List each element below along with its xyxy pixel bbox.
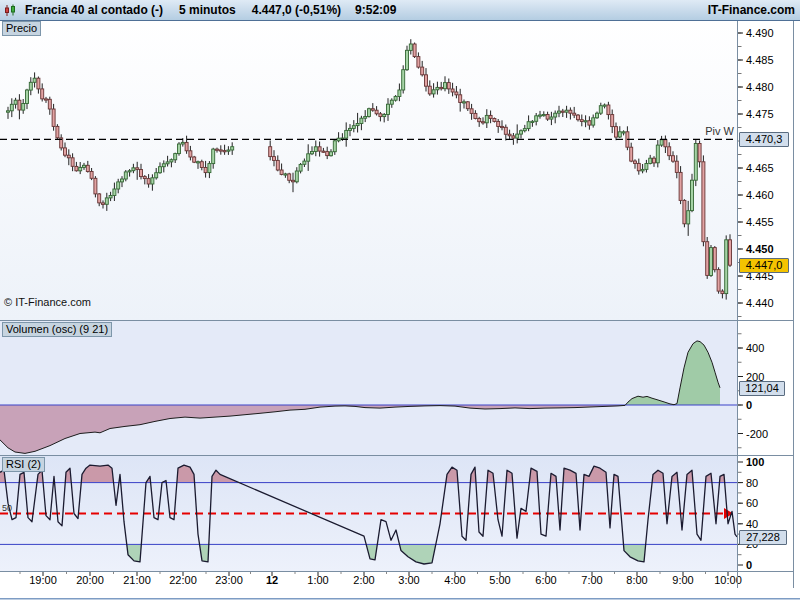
axis-tick-label: 6:00 <box>535 574 556 586</box>
axis-tick-label: 1:00 <box>307 574 328 586</box>
axis-tick-label: 7:00 <box>581 574 602 586</box>
axis-tick-label: 23:00 <box>215 574 243 586</box>
tab-rsi-indicator[interactable]: RSI (2) <box>2 457 45 472</box>
axis-tick-label: 4.450 <box>746 243 774 255</box>
axis-tick-label: 19:00 <box>29 574 57 586</box>
axis-tick-label: 3:00 <box>398 574 419 586</box>
tab-price-panel[interactable]: Precio <box>2 21 41 36</box>
axis-tick-label: 0 <box>746 559 752 571</box>
axis-tick-label: 2:00 <box>353 574 374 586</box>
clock: 9:52:09 <box>355 3 396 17</box>
trading-app-window: 4.4904.4854.4804.4754.4654.4604.4554.450… <box>0 0 800 600</box>
top-bar: Francia 40 al contado (-) 5 minutos 4.44… <box>0 0 800 21</box>
axis-tick-label: 80 <box>746 477 758 489</box>
rsi-value-box: 27,228 <box>739 530 787 545</box>
volume-value-box: 121,04 <box>739 381 785 396</box>
axis-tick-label: 4.485 <box>746 54 774 66</box>
chart-canvas[interactable]: 4.4904.4854.4804.4754.4654.4604.4554.450… <box>0 0 800 600</box>
watermark: © IT-Finance.com <box>4 296 91 308</box>
axis-tick-label: 100 <box>746 456 764 468</box>
last-price-change: 4.447,0 (-0,51%) <box>252 3 341 17</box>
axis-tick-label: 21:00 <box>123 574 151 586</box>
axis-tick-label: 4.480 <box>746 81 774 93</box>
axis-tick-label: 4.455 <box>746 216 774 228</box>
axis-tick-label: 9:00 <box>672 574 693 586</box>
candlestick-icon <box>4 4 17 17</box>
axis-tick-label: 4.465 <box>746 162 774 174</box>
timeframe-label: 5 minutos <box>179 3 236 17</box>
axis-tick-label: 40 <box>746 518 758 530</box>
axis-tick-label: 400 <box>746 342 764 354</box>
tab-volume-indicator[interactable]: Volumen (osc) (9 21) <box>2 322 112 337</box>
axis-tick-label: 4.460 <box>746 189 774 201</box>
axis-tick-label: 60 <box>746 497 758 509</box>
last-price-box: 4.447,0 <box>739 258 789 273</box>
axis-tick-label: 4.440 <box>746 297 774 309</box>
axis-tick-label: 4.490 <box>746 27 774 39</box>
axis-tick-label: 8:00 <box>626 574 647 586</box>
axis-tick-label: 20:00 <box>76 574 104 586</box>
pivot-line-label: Piv W <box>686 125 734 137</box>
axis-tick-label: 0 <box>746 399 752 411</box>
axis-tick-label: -200 <box>746 428 768 440</box>
axis-tick-label: 4:00 <box>444 574 465 586</box>
rsi-mid-level-label: 50 <box>2 503 12 513</box>
axis-tick-label: 4.475 <box>746 108 774 120</box>
brand-link[interactable]: IT-Finance.com <box>708 3 795 17</box>
axis-tick-label: 22:00 <box>169 574 197 586</box>
pivot-value-box: 4.470,3 <box>739 132 789 147</box>
instrument-name: Francia 40 al contado (-) <box>25 3 163 17</box>
axis-tick-label: 12 <box>266 574 278 586</box>
axis-tick-label: 5:00 <box>489 574 510 586</box>
